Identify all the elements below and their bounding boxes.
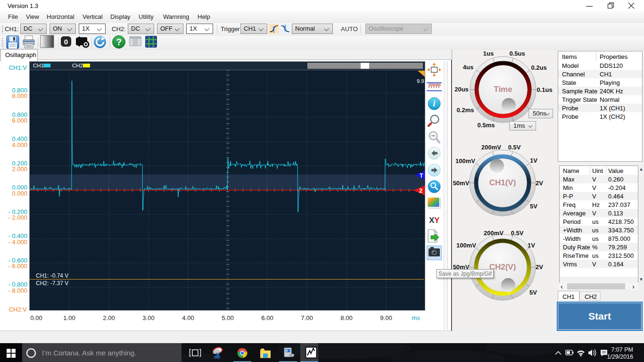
svg-text:Time: Time — [494, 85, 512, 94]
svg-text:i: i — [433, 99, 436, 108]
svg-text:2: 2 — [419, 187, 422, 194]
svg-text:9.9: 9.9 — [417, 78, 424, 84]
svg-text:CH1(V): CH1(V) — [489, 178, 516, 187]
svg-text:CH1: CH1 — [33, 63, 44, 68]
svg-text:CH2: -7.37 V: CH2: -7.37 V — [36, 280, 68, 287]
svg-text:CH2: CH2 — [72, 63, 83, 68]
svg-text:Y: Y — [434, 216, 440, 225]
svg-text:?: ? — [116, 37, 122, 47]
svg-text:I’m Cortana. Ask me anything.: I’m Cortana. Ask me anything. — [42, 349, 136, 357]
svg-text:0: 0 — [64, 38, 68, 46]
svg-text:7:07 PM: 7:07 PM — [611, 346, 633, 353]
svg-text:1/29/2016: 1/29/2016 — [607, 354, 633, 360]
svg-text:T: T — [420, 173, 423, 179]
svg-text:CH1: -0.74 V: CH1: -0.74 V — [36, 272, 68, 279]
